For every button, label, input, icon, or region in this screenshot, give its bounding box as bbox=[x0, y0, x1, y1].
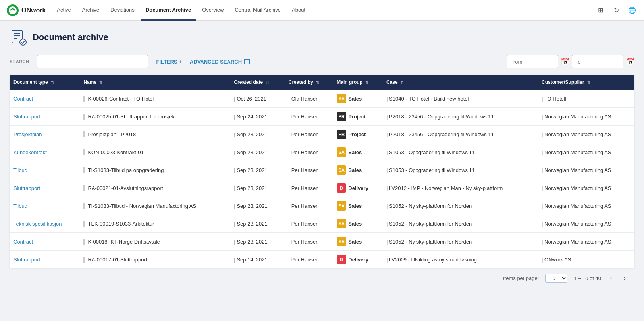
svg-point-6 bbox=[20, 39, 26, 45]
table-header-row: Document type ⇅ Name ⇅ Created date ↓↑ C… bbox=[10, 75, 634, 90]
cell-main-group: SA Sales bbox=[333, 233, 382, 251]
cell-main-group: SA Sales bbox=[333, 90, 382, 108]
page-header-icon bbox=[10, 29, 27, 46]
cell-main-group: SA Sales bbox=[333, 215, 382, 233]
expand-icon[interactable]: ⊞ bbox=[595, 5, 606, 16]
nav-archive[interactable]: Archive bbox=[77, 0, 104, 21]
nav-document-archive[interactable]: Document Archive bbox=[141, 0, 196, 21]
items-per-page-label: Items per page: bbox=[503, 275, 539, 281]
cell-name[interactable]: K-00026-Contract - TO Hotel bbox=[79, 90, 230, 108]
group-label: Sales bbox=[348, 203, 362, 209]
cell-customer: | Norwegian Manufacturing AS bbox=[538, 197, 634, 215]
cell-created-by: | Per Hansen bbox=[285, 179, 333, 197]
cell-case[interactable]: | LV2012 - IMP - Norwegian Man - Ny sky-… bbox=[382, 179, 538, 197]
to-date-input[interactable] bbox=[572, 55, 623, 68]
next-page-button[interactable]: › bbox=[621, 273, 628, 283]
nav-active[interactable]: Active bbox=[52, 0, 75, 21]
group-label: Sales bbox=[348, 96, 362, 102]
logo-icon bbox=[6, 4, 19, 17]
cell-name[interactable]: RA-00025-01-SLuttrapport for prosjekt bbox=[79, 108, 230, 126]
from-calendar-icon[interactable]: 📅 bbox=[561, 57, 569, 66]
nav-about[interactable]: About bbox=[287, 0, 310, 21]
cell-main-group: SA Sales bbox=[333, 197, 382, 215]
cell-doc-type[interactable]: Contract bbox=[10, 233, 79, 251]
group-label: Sales bbox=[348, 239, 362, 245]
col-document-type[interactable]: Document type ⇅ bbox=[10, 75, 79, 90]
cell-name[interactable]: TI-S1033-Tilbud - Norwegian Manufactorin… bbox=[79, 197, 230, 215]
table-row: Contract K-00026-Contract - TO Hotel | O… bbox=[10, 90, 634, 108]
table-row: Sluttrapport RA-00021-01-Avslutningsrapp… bbox=[10, 179, 634, 197]
cell-doc-type[interactable]: Contract bbox=[10, 90, 79, 108]
refresh-icon[interactable]: ↻ bbox=[611, 5, 622, 16]
col-created-by[interactable]: Created by ⇅ bbox=[285, 75, 333, 90]
cell-case[interactable]: | P2018 - 23456 - Oppgradering til Windo… bbox=[382, 126, 538, 143]
cell-created-by: | Per Hansen bbox=[285, 233, 333, 251]
cell-name[interactable]: TI-S1033-Tilbud på oppgradering bbox=[79, 161, 230, 179]
cell-name[interactable]: K-00018-IKT-Norge Driftsavtale bbox=[79, 233, 230, 251]
group-label: Delivery bbox=[348, 257, 368, 263]
to-calendar-icon[interactable]: 📅 bbox=[626, 57, 634, 66]
cell-doc-type[interactable]: Tilbud bbox=[10, 197, 79, 215]
cell-case[interactable]: | S1052 - Ny sky-plattform for Norden bbox=[382, 215, 538, 233]
nav-deviations[interactable]: Deviations bbox=[106, 0, 139, 21]
advanced-search-button[interactable]: ADVANCED SEARCH bbox=[190, 59, 250, 65]
cell-doc-type[interactable]: Kundekontrakt bbox=[10, 143, 79, 161]
group-badge-icon: D bbox=[337, 255, 346, 264]
cell-name[interactable]: Prosjektplan - P2018 bbox=[79, 126, 230, 143]
col-main-group[interactable]: Main group ⇅ bbox=[333, 75, 382, 90]
cell-created-date: | Sep 23, 2021 bbox=[230, 161, 284, 179]
search-input[interactable] bbox=[37, 55, 148, 68]
table-row: Teknisk spesifikasjon TEK-00019-S1033-Ar… bbox=[10, 215, 634, 233]
cell-created-by: | Per Hansen bbox=[285, 108, 333, 126]
cell-created-date: | Oct 26, 2021 bbox=[230, 90, 284, 108]
per-page-select[interactable]: 102550100 bbox=[545, 274, 567, 283]
cell-doc-type[interactable]: Prosjektplan bbox=[10, 126, 79, 143]
filters-button[interactable]: FILTERS + bbox=[156, 59, 181, 65]
nav-central-mail-archive[interactable]: Central Mail Archive bbox=[230, 0, 285, 21]
cell-created-date: | Sep 23, 2021 bbox=[230, 143, 284, 161]
col-customer-supplier[interactable]: Customer/Supplier ⇅ bbox=[538, 75, 634, 90]
logo-text: ONwork bbox=[21, 7, 46, 14]
cell-created-by: | Per Hansen bbox=[285, 126, 333, 143]
cell-case[interactable]: | S1053 - Oppgradering til Windows 11 bbox=[382, 161, 538, 179]
from-date-input[interactable] bbox=[507, 55, 558, 68]
cell-doc-type[interactable]: Sluttrapport bbox=[10, 251, 79, 269]
cell-main-group: PR Project bbox=[333, 108, 382, 126]
cell-created-by: | Per Hansen bbox=[285, 143, 333, 161]
cell-name[interactable]: KON-00023-Kontrakt-01 bbox=[79, 143, 230, 161]
globe-icon[interactable]: 🌐 bbox=[627, 5, 638, 16]
group-badge-icon: PR bbox=[337, 112, 346, 121]
cell-name[interactable]: RA-00021-01-Avslutningsrapport bbox=[79, 179, 230, 197]
cell-created-by: | Per Hansen bbox=[285, 161, 333, 179]
cell-case[interactable]: | S1052 - Ny sky-plattform for Norden bbox=[382, 197, 538, 215]
cell-doc-type[interactable]: Sluttrapport bbox=[10, 108, 79, 126]
cell-created-date: | Sep 23, 2021 bbox=[230, 179, 284, 197]
cell-doc-type[interactable]: Sluttrapport bbox=[10, 179, 79, 197]
table-row: Sluttrapport RA-00025-01-SLuttrapport fo… bbox=[10, 108, 634, 126]
cell-doc-type[interactable]: Teknisk spesifikasjon bbox=[10, 215, 79, 233]
group-badge-icon: SA bbox=[337, 94, 346, 103]
cell-case[interactable]: | LV2009 - Utvikling av ny smart løsning bbox=[382, 251, 538, 269]
cell-case[interactable]: | S1052 - Ny sky-plattform for Norden bbox=[382, 233, 538, 251]
cell-main-group: SA Sales bbox=[333, 161, 382, 179]
cell-name[interactable]: TEK-00019-S1033-Arkitektur bbox=[79, 215, 230, 233]
cell-case[interactable]: | S1053 - Oppgradering til Windows 11 bbox=[382, 143, 538, 161]
search-bar: SEARCH FILTERS + ADVANCED SEARCH 📅 📅 bbox=[10, 55, 634, 68]
cell-doc-type[interactable]: Tilbud bbox=[10, 161, 79, 179]
cell-case[interactable]: | P2018 - 23456 - Oppgradering til Windo… bbox=[382, 108, 538, 126]
table-row: Tilbud TI-S1033-Tilbud på oppgradering |… bbox=[10, 161, 634, 179]
prev-page-button[interactable]: ‹ bbox=[607, 273, 615, 283]
cell-customer: | Norwegian Manufacturing AS bbox=[538, 215, 634, 233]
group-label: Sales bbox=[348, 149, 362, 155]
col-case[interactable]: Case ⇅ bbox=[382, 75, 538, 90]
page-content: Document archive SEARCH FILTERS + ADVANC… bbox=[0, 21, 644, 296]
cell-name[interactable]: RA-00017-01-Sluttrapport bbox=[79, 251, 230, 269]
cell-case[interactable]: | S1040 - TO Hotel - Build new hotel bbox=[382, 90, 538, 108]
logo[interactable]: ONwork bbox=[6, 4, 46, 17]
cell-customer: | ONwork AS bbox=[538, 251, 634, 269]
group-badge-icon: PR bbox=[337, 130, 346, 139]
nav-overview[interactable]: Overview bbox=[197, 0, 228, 21]
group-label: Project bbox=[348, 131, 366, 137]
col-created-date[interactable]: Created date ↓↑ bbox=[230, 75, 284, 90]
col-name[interactable]: Name ⇅ bbox=[79, 75, 230, 90]
